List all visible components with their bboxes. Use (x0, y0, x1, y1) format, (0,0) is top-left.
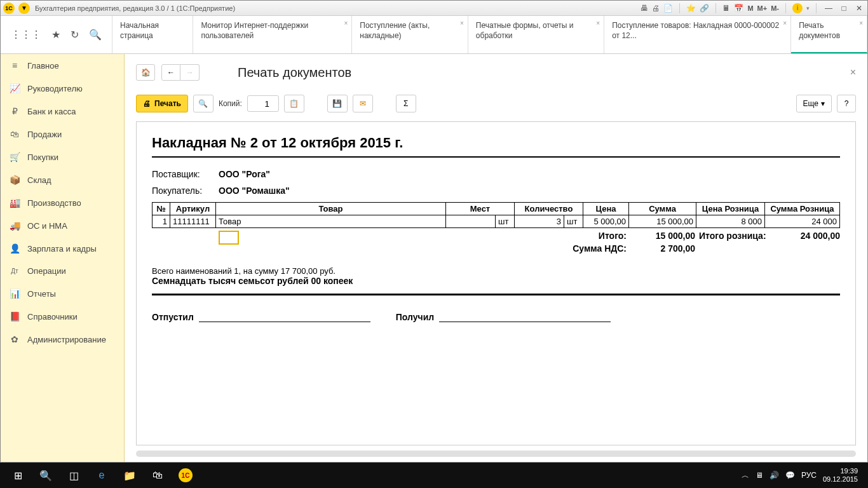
tab-close-icon[interactable]: × (460, 20, 464, 27)
horizontal-scrollbar[interactable] (136, 451, 856, 457)
sidebar-item-main[interactable]: ≡Главное (1, 54, 124, 77)
tab-print-docs[interactable]: Печать документов× (791, 16, 867, 53)
cell-rprice: 8 000 (696, 215, 765, 228)
home-button[interactable]: 🏠 (136, 64, 155, 81)
taskview-icon[interactable]: ◫ (60, 463, 88, 488)
sidebar-item-purchases[interactable]: 🛒Покупки (1, 146, 124, 168)
col-sum: Сумма (629, 203, 696, 215)
cell-qty: 3 (515, 215, 564, 228)
print-button[interactable]: 🖨Печать (136, 95, 188, 112)
sidebar-item-operations[interactable]: ДтОперации (1, 260, 124, 282)
chart-icon: 📈 (10, 83, 20, 93)
star-icon[interactable]: ★ (51, 29, 60, 41)
sum-button[interactable]: Σ (396, 95, 416, 112)
tab-monitor[interactable]: Монитор Интернет-поддержки пользователей… (193, 16, 352, 53)
start-button[interactable]: ⊞ (4, 463, 32, 488)
tab-home[interactable]: Начальная страница (112, 16, 193, 53)
cell-price: 5 000,00 (583, 215, 629, 228)
sidebar-item-label: Отчеты (27, 289, 56, 299)
tray-sound-icon[interactable]: 🔊 (770, 471, 779, 480)
tab-close-icon[interactable]: × (596, 20, 600, 27)
sidebar-item-salary[interactable]: 👤Зарплата и кадры (1, 237, 124, 260)
col-qty: Количество (515, 203, 583, 215)
search-taskbar-icon[interactable]: 🔍 (32, 463, 60, 488)
more-button[interactable]: Еще▾ (796, 95, 832, 112)
tab-receipt-doc[interactable]: Поступление товаров: Накладная 0000-0000… (604, 16, 791, 53)
email-button[interactable]: ✉ (353, 95, 373, 112)
taskbar-clock[interactable]: 19:39 09.12.2015 (823, 467, 858, 484)
edge-icon[interactable]: e (88, 463, 116, 488)
sidebar-item-admin[interactable]: ✿Администрирование (1, 328, 124, 351)
tab-printforms[interactable]: Печатные формы, отчеты и обработки× (468, 16, 604, 53)
close-page-icon[interactable]: × (850, 67, 856, 78)
signature-line (199, 311, 370, 322)
sidebar-item-assets[interactable]: 🚚ОС и НМА (1, 214, 124, 237)
summary-line-1: Всего наименований 1, на сумму 17 700,00… (152, 266, 840, 276)
debit-icon: Дт (10, 268, 20, 274)
tb-m-button[interactable]: M (747, 4, 753, 12)
tabs-row: ⋮⋮⋮ ★ ↻ 🔍 Начальная страница Монитор Инт… (1, 16, 867, 54)
sidebar-item-label: ОС и НМА (27, 221, 67, 231)
history-icon[interactable]: ↻ (71, 29, 79, 41)
maximize-button[interactable]: □ (838, 3, 850, 13)
store-icon[interactable]: 🛍 (144, 463, 172, 488)
tb-mplus-button[interactable]: M+ (757, 4, 768, 12)
help-button[interactable]: ? (837, 95, 856, 112)
preview-button[interactable]: 🔍 (193, 95, 214, 112)
bars-icon: 📊 (10, 288, 20, 299)
sidebar-item-production[interactable]: 🏭Производство (1, 191, 124, 214)
tb-print-icon[interactable]: 🖨 (652, 4, 660, 13)
chevron-down-icon: ▾ (821, 99, 825, 108)
printer-icon: 🖨 (143, 99, 151, 108)
minimize-button[interactable]: — (823, 3, 834, 13)
tray-up-icon[interactable]: ︿ (742, 470, 749, 481)
tb-mminus-button[interactable]: M- (771, 4, 779, 12)
back-button[interactable]: ← (161, 64, 180, 81)
tab-close-icon[interactable]: × (859, 20, 863, 27)
save-button[interactable]: 💾 (327, 95, 348, 112)
apps-icon[interactable]: ⋮⋮⋮ (11, 29, 41, 41)
sidebar-item-label: Главное (27, 61, 59, 71)
box-icon: 📦 (10, 175, 20, 185)
sidebar-item-manager[interactable]: 📈Руководителю (1, 77, 124, 100)
tab-close-icon[interactable]: × (344, 20, 348, 27)
tray-notify-icon[interactable]: 💬 (785, 471, 795, 480)
sidebar-item-label: Производство (27, 198, 81, 208)
forward-button[interactable]: → (180, 64, 200, 81)
template-button[interactable]: 📋 (284, 95, 304, 112)
selection-box[interactable] (219, 231, 239, 245)
cart-icon: 🛒 (10, 152, 20, 162)
tb-fav-icon[interactable]: ⭐ (686, 4, 696, 13)
buyer-label: Покупатель: (152, 186, 219, 196)
sidebar-item-label: Банк и касса (27, 107, 76, 116)
tray-battery-icon[interactable]: 🖥 (756, 471, 763, 480)
sidebar-item-label: Справочники (27, 312, 78, 322)
tb-doc-icon[interactable]: 📄 (663, 4, 673, 13)
tab-receipts[interactable]: Поступление (акты, накладные)× (352, 16, 468, 53)
cell-qty-unit: шт (564, 215, 583, 228)
sidebar-item-reports[interactable]: 📊Отчеты (1, 282, 124, 305)
sidebar-item-warehouse[interactable]: 📦Склад (1, 168, 124, 191)
tb-calc-icon[interactable]: 🖩 (722, 4, 730, 13)
cell-mest (446, 215, 496, 228)
sidebar-item-references[interactable]: 📕Справочники (1, 305, 124, 328)
col-rprice: Цена Розница (696, 203, 765, 215)
document-area[interactable]: Накладная № 2 от 12 октября 2015 г. Пост… (136, 121, 856, 445)
app-1c-icon[interactable]: 1C (172, 463, 200, 488)
sidebar-item-sales[interactable]: 🛍Продажи (1, 123, 124, 146)
tab-close-icon[interactable]: × (783, 20, 787, 27)
tb-link-icon[interactable]: 🔗 (700, 4, 709, 13)
search-icon[interactable]: 🔍 (89, 29, 102, 41)
book-icon: 📕 (10, 311, 20, 322)
close-button[interactable]: ✕ (853, 3, 865, 13)
tb-info-icon[interactable]: i (792, 3, 803, 13)
explorer-icon[interactable]: 📁 (116, 463, 144, 488)
tb-cal-icon[interactable]: 📅 (734, 4, 743, 13)
copies-input[interactable] (247, 95, 279, 112)
dropdown-nav-icon[interactable]: ▼ (18, 3, 30, 14)
sidebar-item-bank[interactable]: ₽Банк и касса (1, 100, 124, 123)
window-title: Бухгалтерия предприятия, редакция 3.0 / … (35, 4, 641, 12)
cell-art: 11111111 (170, 215, 216, 228)
tb-save-icon[interactable]: 🖶 (641, 4, 648, 13)
tray-lang[interactable]: РУС (801, 471, 817, 480)
